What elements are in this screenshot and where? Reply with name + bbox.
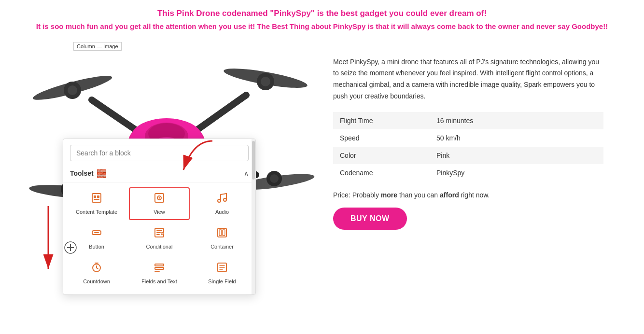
audio-icon: [216, 192, 228, 206]
tool-item-audio[interactable]: Audio: [192, 187, 252, 220]
svg-rect-28: [97, 195, 99, 198]
toolset-header: Toolset 🧱 ∧: [63, 166, 255, 182]
spec-value-1: 50 km/h: [430, 129, 603, 147]
toolset-grid: Content TemplateViewAudioButtonCondition…: [63, 182, 255, 295]
spec-row-3: CodenamePinkySpy: [333, 164, 603, 181]
plus-circle[interactable]: [64, 241, 77, 254]
panel-scrollbar[interactable]: [252, 139, 255, 295]
tool-item-container[interactable]: Container: [192, 222, 252, 255]
spec-row-0: Flight Time16 minuntes: [333, 112, 603, 129]
price-end: right now.: [461, 191, 490, 199]
toolset-panel: Toolset 🧱 ∧ Content TemplateViewAudioBut…: [63, 139, 256, 295]
scrollbar-thumb: [252, 141, 255, 180]
price-afford: afford: [440, 191, 459, 199]
svg-point-19: [261, 77, 270, 86]
conditional-label: Conditional: [146, 243, 172, 250]
fields-and-text-icon: [154, 262, 165, 275]
price-more: more: [381, 191, 397, 199]
arrow-down-left: [29, 201, 68, 280]
conditional-icon: [154, 227, 165, 240]
collapse-icon[interactable]: ∧: [244, 169, 249, 177]
description-text: Meet PinkySpy, a mini drone that feature…: [333, 56, 603, 102]
tool-item-single-field[interactable]: Single Field: [192, 257, 252, 290]
tool-item-fields-and-text[interactable]: Fields and Text: [129, 257, 190, 290]
spec-label-2: Color: [333, 147, 430, 164]
toolset-label: Toolset 🧱: [70, 169, 106, 178]
spec-value-3: PinkySpy: [430, 164, 603, 181]
column-label: Column — Image: [73, 42, 122, 51]
svg-point-33: [224, 198, 226, 201]
arrow-to-view: [164, 136, 222, 186]
fields-and-text-label: Fields and Text: [141, 278, 177, 285]
container-label: Container: [210, 243, 234, 250]
price-mid: than you can: [399, 191, 438, 199]
audio-label: Audio: [215, 209, 229, 215]
button-icon: [91, 227, 102, 240]
countdown-icon: [91, 262, 102, 275]
toolset-section-label: Toolset: [70, 169, 94, 177]
svg-rect-39: [219, 230, 222, 236]
buy-button[interactable]: BUY NOW: [333, 208, 407, 230]
header-line1: This Pink Drone codenamed "PinkySpy" is …: [19, 9, 625, 18]
svg-rect-27: [94, 199, 99, 200]
svg-point-17: [68, 85, 77, 95]
view-label: View: [154, 209, 165, 215]
tool-item-content-template[interactable]: Content Template: [66, 187, 127, 220]
toolset-icon: 🧱: [97, 169, 106, 178]
main-content: Column — Image: [0, 42, 644, 254]
spec-value-0: 16 minuntes: [430, 112, 603, 129]
tool-item-countdown[interactable]: Countdown: [66, 257, 127, 290]
svg-point-32: [218, 199, 221, 202]
content-template-label: Content Template: [76, 209, 117, 215]
view-icon: [154, 192, 165, 206]
price-text: Price: Probably more than you can afford…: [333, 191, 625, 199]
svg-rect-25: [92, 194, 101, 202]
button-label: Button: [89, 243, 104, 250]
header-line2: It is soo much fun and you get all the a…: [19, 21, 625, 32]
spec-row-2: ColorPink: [333, 147, 603, 164]
header-section: This Pink Drone codenamed "PinkySpy" is …: [0, 0, 644, 37]
tool-item-view[interactable]: View: [129, 187, 190, 220]
spec-label-3: Codename: [333, 164, 430, 181]
specs-table: Flight Time16 minuntesSpeed50 km/hColorP…: [333, 112, 603, 181]
svg-rect-43: [155, 267, 164, 269]
spec-label-0: Flight Time: [333, 112, 430, 129]
single-field-label: Single Field: [208, 278, 236, 285]
svg-point-23: [270, 174, 279, 183]
page-wrapper: This Pink Drone codenamed "PinkySpy" is …: [0, 0, 644, 334]
content-template-icon: [91, 192, 102, 206]
left-section: Column — Image: [19, 42, 319, 254]
container-icon: [216, 227, 228, 240]
price-prefix: Price: Probably: [333, 191, 379, 199]
search-area: [63, 139, 255, 166]
svg-rect-42: [155, 264, 164, 266]
svg-rect-26: [94, 195, 96, 198]
svg-rect-40: [223, 230, 225, 236]
spec-label-1: Speed: [333, 129, 430, 147]
spec-row-1: Speed50 km/h: [333, 129, 603, 147]
tool-item-conditional[interactable]: Conditional: [129, 222, 190, 255]
spec-value-2: Pink: [430, 147, 603, 164]
countdown-label: Countdown: [83, 278, 110, 285]
right-section: Meet PinkySpy, a mini drone that feature…: [333, 42, 625, 254]
svg-point-31: [159, 197, 160, 198]
single-field-icon: [216, 262, 228, 275]
